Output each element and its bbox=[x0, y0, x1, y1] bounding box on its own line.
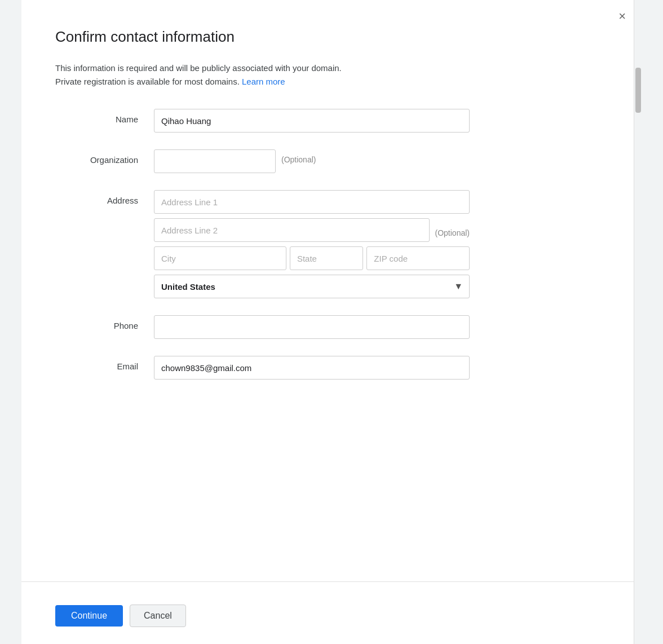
name-row: Name bbox=[55, 109, 608, 133]
organization-row-inner: (Optional) bbox=[154, 149, 316, 173]
phone-fields bbox=[154, 315, 470, 339]
country-select-wrapper: United States Canada United Kingdom Aust… bbox=[154, 275, 470, 298]
name-fields bbox=[154, 109, 470, 133]
phone-row: Phone bbox=[55, 315, 608, 339]
scrollbar-thumb bbox=[635, 68, 641, 113]
email-row: Email bbox=[55, 356, 608, 380]
organization-row: Organization (Optional) bbox=[55, 149, 608, 173]
address-line2-wrapper: (Optional) bbox=[154, 218, 470, 242]
address-row: Address (Optional) United States Canada bbox=[55, 190, 608, 298]
address-line1-input[interactable] bbox=[154, 190, 470, 214]
dialog-title: Confirm contact information bbox=[55, 28, 608, 46]
zip-input[interactable] bbox=[366, 246, 470, 270]
city-state-zip-row bbox=[154, 246, 470, 270]
city-input[interactable] bbox=[154, 246, 286, 270]
email-fields bbox=[154, 356, 470, 380]
organization-label: Organization bbox=[55, 149, 154, 165]
close-button[interactable]: × bbox=[618, 10, 626, 23]
cancel-button[interactable]: Cancel bbox=[130, 605, 186, 627]
country-select[interactable]: United States Canada United Kingdom Aust… bbox=[154, 275, 470, 298]
info-text: This information is required and will be… bbox=[55, 61, 608, 89]
address-label: Address bbox=[55, 190, 154, 205]
continue-button[interactable]: Continue bbox=[55, 605, 123, 627]
dialog-footer: Continue Cancel bbox=[21, 593, 642, 644]
address-line2-input[interactable] bbox=[154, 218, 430, 242]
state-input[interactable] bbox=[290, 246, 363, 270]
learn-more-link[interactable]: Learn more bbox=[242, 77, 285, 86]
dialog: × Confirm contact information This infor… bbox=[21, 0, 642, 644]
name-label: Name bbox=[55, 109, 154, 124]
footer-divider bbox=[21, 581, 642, 582]
address-fields: (Optional) United States Canada United K… bbox=[154, 190, 470, 298]
organization-optional: (Optional) bbox=[281, 149, 316, 164]
organization-fields bbox=[154, 149, 276, 173]
address-line2-optional: (Optional) bbox=[435, 223, 470, 237]
info-text-main: This information is required and will be… bbox=[55, 63, 342, 86]
name-input[interactable] bbox=[154, 109, 470, 133]
phone-label: Phone bbox=[55, 315, 154, 330]
organization-input[interactable] bbox=[154, 149, 276, 173]
phone-input[interactable] bbox=[154, 315, 470, 339]
email-input[interactable] bbox=[154, 356, 470, 380]
email-label: Email bbox=[55, 356, 154, 371]
dialog-content: Confirm contact information This informa… bbox=[21, 0, 642, 570]
scrollbar[interactable] bbox=[634, 0, 642, 644]
